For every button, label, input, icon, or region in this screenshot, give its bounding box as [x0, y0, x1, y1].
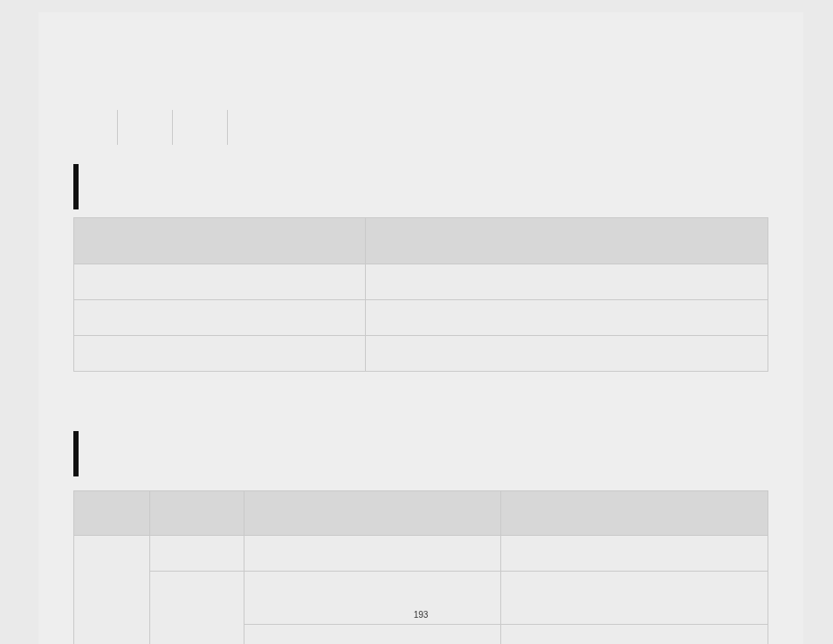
document-page: 193 [38, 12, 803, 644]
section-marker [73, 164, 79, 209]
table-cell [150, 536, 244, 572]
table-row [74, 300, 768, 336]
table-header-row [74, 218, 768, 264]
table-2 [73, 490, 768, 644]
table-cell [74, 264, 366, 300]
table-cell [500, 536, 768, 572]
table-cell [244, 625, 500, 645]
table-2-container [73, 490, 768, 644]
section-marker [73, 431, 79, 476]
table-row [74, 264, 768, 300]
document-viewport: 193 [0, 0, 833, 644]
table-header-cell [244, 491, 500, 536]
table-cell [74, 336, 366, 372]
table-cell [244, 536, 500, 572]
separator [172, 110, 173, 145]
separator [117, 110, 118, 145]
table-header-cell [500, 491, 768, 536]
table-header-cell [150, 491, 244, 536]
table-cell [365, 300, 768, 336]
table-cell [74, 300, 366, 336]
table-header-cell [74, 218, 366, 264]
table-cell [365, 264, 768, 300]
table-row [74, 336, 768, 372]
table-cell [150, 572, 244, 645]
breadcrumb-separators [117, 110, 228, 145]
page-number: 193 [38, 610, 803, 620]
table-cell [365, 336, 768, 372]
table-header-cell [74, 491, 150, 536]
page-content: 193 [38, 12, 803, 644]
table-1 [73, 217, 768, 372]
table-cell [74, 536, 150, 645]
table-1-container [73, 217, 768, 372]
table-header-row [74, 491, 768, 536]
table-row [74, 536, 768, 572]
table-header-cell [365, 218, 768, 264]
separator [227, 110, 228, 145]
table-cell [500, 625, 768, 645]
